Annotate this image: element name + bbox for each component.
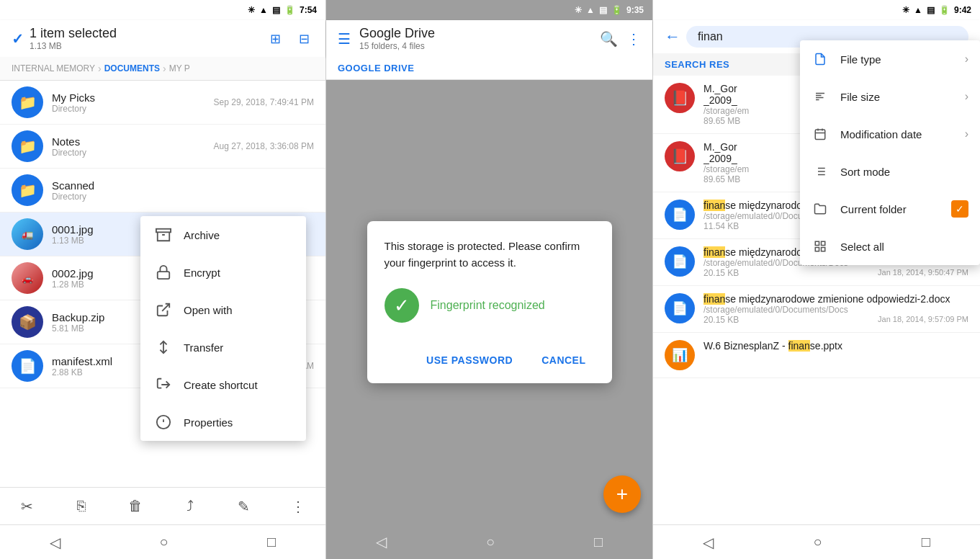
context-menu-archive[interactable]: Archive	[140, 216, 306, 254]
openwith-icon	[155, 301, 172, 318]
list-item[interactable]: 📊 W.6 BiznesplanZ - finanse.pptx	[653, 333, 980, 378]
sortmode-icon	[812, 163, 829, 180]
file-type-scanned: Directory	[52, 192, 314, 202]
archive-icon	[155, 226, 172, 243]
highlight-finan-r4: finan	[703, 246, 725, 258]
copy-button[interactable]: ⎘	[66, 491, 97, 522]
p3-home-btn[interactable]: ○	[813, 534, 822, 550]
recents-nav-btn[interactable]: □	[267, 534, 276, 550]
context-menu-openwith[interactable]: Open with	[140, 291, 306, 328]
filter-item-filesize[interactable]: File size ›	[800, 78, 980, 115]
filter-item-selectall[interactable]: Select all	[800, 228, 980, 265]
search-item-date-r5: Jan 18, 2014, 9:57:09 PM	[878, 315, 968, 325]
breadcrumb-documents[interactable]: DOCUMENTS	[104, 63, 160, 73]
panel2-status-bar: ✳ ▲ ▤ 🔋 9:35	[326, 0, 652, 20]
breadcrumb: INTERNAL MEMORY › DOCUMENTS › MY P	[0, 57, 325, 81]
use-password-button[interactable]: USE PASSWORD	[418, 349, 521, 372]
context-transfer-label: Transfer	[184, 341, 223, 354]
list-item[interactable]: 📁 Scanned Directory	[0, 169, 325, 213]
panel1-file-manager: ✳ ▲ ▤ 🔋 7:54 ✓ 1 item selected 1.13 MB ⊞…	[0, 0, 326, 559]
home-nav-btn[interactable]: ○	[159, 534, 168, 550]
select-all-icon[interactable]: ⊟	[294, 29, 314, 49]
panel1-header: ✓ 1 item selected 1.13 MB ⊞ ⊟	[0, 20, 325, 57]
search-item-date-r4: Jan 18, 2014, 9:50:47 PM	[878, 268, 968, 278]
filter-label-moddate: Modification date	[840, 128, 953, 140]
file-name-notes: Notes	[52, 135, 205, 148]
context-menu-properties[interactable]: Properties	[140, 403, 306, 441]
filter-item-currentfolder[interactable]: Current folder ✓	[800, 190, 980, 228]
filesize-arrow-icon: ›	[965, 90, 968, 103]
panel1-header-title: 1 item selected	[30, 26, 117, 41]
fingerprint-success-icon: ✓	[385, 288, 419, 323]
context-menu-shortcut[interactable]: Create shortcut	[140, 366, 306, 403]
p2-battery-icon: 🔋	[611, 5, 622, 15]
cancel-button[interactable]: CANCEL	[533, 349, 594, 372]
filetype-arrow-icon: ›	[965, 53, 968, 66]
p2-back-btn[interactable]: ◁	[376, 533, 387, 550]
p3-signal-icon: ▤	[927, 5, 935, 15]
filter-label-currentfolder: Current folder	[840, 203, 940, 215]
filter-item-moddate[interactable]: Modification date ›	[800, 115, 980, 153]
list-item[interactable]: 📁 Notes Directory Aug 27, 2018, 3:36:08 …	[0, 125, 325, 169]
filetype-icon	[812, 50, 829, 68]
p2-recents-btn[interactable]: □	[594, 534, 603, 550]
breadcrumb-myp: MY P	[169, 63, 190, 73]
cut-button[interactable]: ✂	[12, 491, 43, 522]
svg-rect-0	[156, 229, 171, 233]
p3-back-btn[interactable]: ◁	[703, 534, 714, 551]
more-header-icon[interactable]: ⋮	[626, 30, 641, 48]
file-date-mypicks: Sep 29, 2018, 7:49:41 PM	[214, 97, 314, 107]
svg-rect-26	[815, 248, 819, 251]
p2-home-btn[interactable]: ○	[486, 534, 495, 550]
back-nav-btn[interactable]: ◁	[50, 534, 60, 551]
image-icon-0001: 🚛	[12, 218, 43, 250]
filter-label-filesize: File size	[840, 91, 953, 103]
highlight-finan-r5: finan	[703, 293, 725, 305]
filter-item-sortmode[interactable]: Sort mode	[800, 153, 980, 190]
search-header-icon[interactable]: 🔍	[600, 30, 618, 48]
svg-rect-2	[158, 272, 170, 279]
context-menu-transfer[interactable]: Transfer	[140, 328, 306, 366]
signal-icon: ▤	[272, 5, 280, 15]
delete-button[interactable]: 🗑	[120, 491, 151, 522]
breadcrumb-internal[interactable]: INTERNAL MEMORY	[12, 63, 95, 73]
share-button[interactable]: ⤴	[174, 491, 206, 522]
dialog-overlay: This storage is protected. Please confir…	[326, 80, 652, 524]
search-query-text: finan	[698, 30, 723, 43]
lock-icon	[155, 264, 172, 281]
back-button[interactable]: ←	[665, 27, 680, 46]
list-item[interactable]: 📁 My Picks Directory Sep 29, 2018, 7:49:…	[0, 81, 325, 125]
panel3-search: ✳ ▲ ▤ 🔋 9:42 ← finan File type ›	[653, 0, 980, 559]
p2-wifi-icon: ▲	[586, 5, 595, 15]
svg-rect-24	[822, 241, 825, 245]
p3-status-time: 9:42	[954, 5, 971, 15]
highlight-finan-r6: finan	[788, 340, 810, 352]
p3-recents-btn[interactable]: □	[922, 534, 930, 550]
panel1-toolbar: ✂ ⎘ 🗑 ⤴ ✎ ⋮	[0, 487, 325, 524]
drive-subtitle: 15 folders, 4 files	[359, 41, 591, 51]
edit-button[interactable]: ✎	[228, 491, 260, 522]
drive-header-icons: 🔍 ⋮	[600, 30, 641, 48]
context-properties-label: Properties	[184, 416, 233, 429]
more-button[interactable]: ⋮	[282, 491, 314, 522]
wifi-icon: ▲	[259, 5, 268, 15]
list-item[interactable]: 📄 finanse międzynarodowe zmienione odpow…	[653, 286, 980, 333]
docx-icon-r4: 📄	[665, 246, 695, 277]
fab-add-button[interactable]: +	[603, 475, 641, 513]
context-menu-encrypt[interactable]: Encrypt	[140, 254, 306, 291]
svg-line-3	[162, 304, 169, 311]
file-type-notes: Directory	[52, 148, 205, 158]
hamburger-icon[interactable]: ☰	[338, 30, 351, 48]
select-grid-icon[interactable]: ⊞	[265, 29, 285, 49]
pptx-icon-r6: 📊	[665, 340, 695, 370]
file-info-notes: Notes Directory	[52, 135, 205, 158]
fingerprint-dialog: This storage is protected. Please confir…	[367, 221, 612, 383]
moddate-icon	[812, 125, 829, 143]
filesize-icon	[812, 88, 829, 105]
filter-item-filetype[interactable]: File type ›	[800, 40, 980, 78]
search-item-info-r6: W.6 BiznesplanZ - finanse.pptx	[703, 340, 968, 352]
search-item-size-r5: 20.15 KB	[703, 315, 739, 325]
search-item-name-r5: finanse międzynarodowe zmienione odpowie…	[703, 293, 968, 305]
file-name-mypicks: My Picks	[52, 91, 205, 104]
battery-icon: 🔋	[284, 5, 295, 15]
